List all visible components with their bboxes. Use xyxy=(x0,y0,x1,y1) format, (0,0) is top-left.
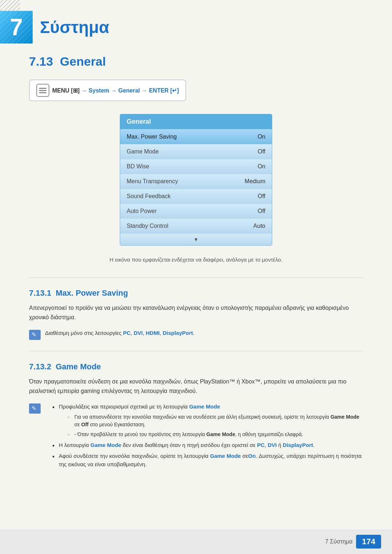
menu-icon-bar-3 xyxy=(39,92,46,93)
row-value-game-mode: Off xyxy=(258,148,265,155)
term-on-1: On xyxy=(248,453,256,459)
chapter-number: 7 xyxy=(10,16,23,39)
body-text-game-mode: Όταν πραγματοποιείτε σύνδεση σε μια κονσ… xyxy=(29,377,363,395)
body-text-max-power: Απενεργοποιεί το προϊόν για να μειώσει τ… xyxy=(29,303,363,322)
general-panel: General Max. Power Saving On Game Mode O… xyxy=(120,114,272,246)
panel-row-max-power[interactable]: Max. Power Saving On xyxy=(120,129,272,144)
content-area: 7.13 General MENU [⊞] → System → General… xyxy=(0,54,392,479)
term-game-mode-5: Game Mode xyxy=(210,453,241,459)
section-divider-1 xyxy=(29,277,363,278)
caption-text: Η εικόνα που εμφανίζεται ενδέχεται να δι… xyxy=(29,257,363,263)
footer-chapter-label: 7 Σύστημα xyxy=(325,538,353,545)
note-term-displayport: DisplayPort xyxy=(163,330,193,336)
panel-row-game-mode[interactable]: Game Mode Off xyxy=(120,144,272,159)
menu-icon-bar-2 xyxy=(39,90,46,91)
row-value-max-power: On xyxy=(258,134,265,140)
note-term-pc: PC xyxy=(123,330,131,336)
note-term-dvi: DVI xyxy=(134,330,143,336)
breadcrumb-text: MENU [⊞] → System → General → ENTER [↵] xyxy=(52,87,179,94)
bullet-item-2: Η λειτουργία Game Mode δεν είναι διαθέσι… xyxy=(52,441,363,450)
section-divider-2 xyxy=(29,351,363,351)
sub-bullet-list-1: Για να αποσυνδέσετε την κονσόλα παιχνιδι… xyxy=(68,413,363,438)
row-value-menu-transparency: Medium xyxy=(245,178,265,185)
panel-row-menu-transparency[interactable]: Menu Transparency Medium xyxy=(120,174,272,189)
game-mode-bullet-list: Προφυλάξεις και περιορισμοί σχετικά με τ… xyxy=(52,403,363,471)
term-game-mode-2: Game Mode xyxy=(330,414,359,420)
breadcrumb-menu-label: MENU [⊞] xyxy=(52,87,79,94)
subsection-max-power-saving: 7.13.1 Max. Power Saving Απενεργοποιεί τ… xyxy=(29,288,363,340)
menu-icon-bar-1 xyxy=(39,88,46,89)
row-label-game-mode: Game Mode xyxy=(127,148,159,155)
page-footer: 7 Σύστημα 174 xyxy=(0,529,392,554)
row-label-standby-control: Standby Control xyxy=(127,223,168,229)
panel-row-auto-power[interactable]: Auto Power Off xyxy=(120,204,272,218)
subsection-game-mode: 7.13.2 Game Mode Όταν πραγματοποιείτε σύ… xyxy=(29,362,363,479)
panel-row-sound-feedback[interactable]: Sound Feedback Off xyxy=(120,189,272,204)
page-header: 7 Σύστημα xyxy=(0,0,392,51)
term-pc-2: PC xyxy=(257,442,265,448)
row-label-max-power: Max. Power Saving xyxy=(127,134,177,140)
section-title: 7.13 General xyxy=(29,54,363,69)
bullet-item-3: Αφού συνδέσετε την κονσόλα παιχνιδιών, ο… xyxy=(52,452,363,468)
term-dvi-2: DVI xyxy=(268,442,277,448)
sub-bullet-item-2: - Όταν προβάλλετε το μενού του προϊόντος… xyxy=(68,431,363,438)
term-game-mode-4: Game Mode xyxy=(90,442,121,448)
note-box-max-power: Διαθέσιμη μόνο στις λειτουργίες PC, DVI,… xyxy=(29,329,363,340)
bullet-item-1: Προφυλάξεις και περιορισμοί σχετικά με τ… xyxy=(52,403,363,438)
note-term-hdmi: HDMI xyxy=(146,330,159,336)
note-icon-game-mode xyxy=(29,403,41,414)
row-label-sound-feedback: Sound Feedback xyxy=(127,193,171,200)
term-displayport-2: DisplayPort xyxy=(283,442,313,448)
note-text-max-power: Διαθέσιμη μόνο στις λειτουργίες PC, DVI,… xyxy=(45,329,195,337)
subsection-title-7132: 7.13.2 Game Mode xyxy=(29,362,363,372)
footer-page-number: 174 xyxy=(356,535,381,549)
row-value-auto-power: Off xyxy=(258,208,265,214)
row-label-bd-wise: BD Wise xyxy=(127,163,149,170)
term-game-mode-3: Game Mode xyxy=(207,431,235,437)
menu-icon xyxy=(36,84,49,97)
breadcrumb-nav: → System → General → ENTER [↵] xyxy=(81,87,179,94)
panel-row-bd-wise[interactable]: BD Wise On xyxy=(120,159,272,174)
row-label-auto-power: Auto Power xyxy=(127,208,157,214)
row-value-sound-feedback: Off xyxy=(258,193,265,200)
row-label-menu-transparency: Menu Transparency xyxy=(127,178,178,185)
panel-scroll-arrow: ▼ xyxy=(120,233,272,245)
row-value-bd-wise: On xyxy=(258,163,265,170)
row-value-standby-control: Auto xyxy=(253,223,265,229)
panel-header: General xyxy=(120,114,272,129)
term-game-mode-1: Game Mode xyxy=(189,403,220,410)
panel-row-standby-control[interactable]: Standby Control Auto xyxy=(120,218,272,233)
chapter-number-box: 7 xyxy=(0,11,33,44)
subsection-title-7131: 7.13.1 Max. Power Saving xyxy=(29,288,363,298)
breadcrumb: MENU [⊞] → System → General → ENTER [↵] xyxy=(29,79,186,101)
note-icon-max-power xyxy=(29,330,41,340)
sub-bullet-item-1: Για να αποσυνδέσετε την κονσόλα παιχνιδι… xyxy=(68,413,363,428)
note-box-game-mode: Προφυλάξεις και περιορισμοί σχετικά με τ… xyxy=(29,403,363,479)
chapter-title: Σύστημα xyxy=(40,17,109,37)
term-off-1: Off xyxy=(81,422,89,427)
